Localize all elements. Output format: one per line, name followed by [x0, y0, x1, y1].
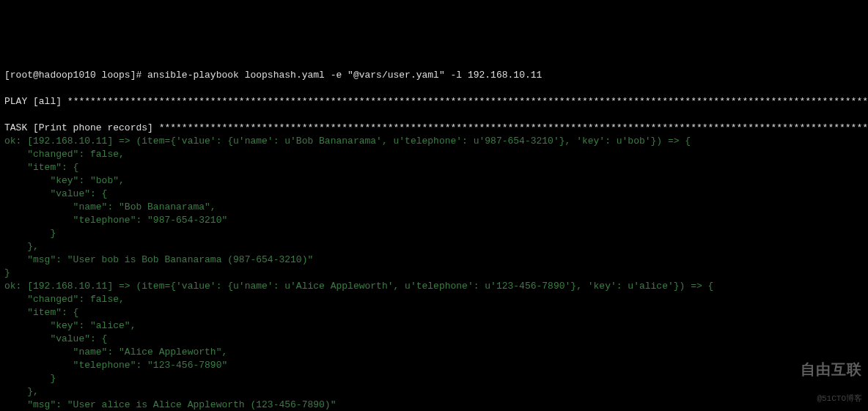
watermark-subtext: @51CTO博客 [817, 394, 862, 403]
terminal-output: [root@hadoop1010 loops]# ansible-playboo… [4, 56, 864, 411]
task-result-2: ok: [192.168.10.11] => (item={'value': {… [4, 281, 713, 411]
task-result-1: ok: [192.168.10.11] => (item={'value': {… [4, 136, 691, 278]
play-header: PLAY [all] *****************************… [4, 96, 868, 107]
watermark: 自由互联 @51CTO博客 [781, 351, 862, 405]
command-text: ansible-playbook loopshash.yaml -e "@var… [147, 70, 542, 81]
shell-prompt: [root@hadoop1010 loops]# ansible-playboo… [4, 70, 542, 81]
task-header: TASK [Print phone records] *************… [4, 122, 868, 133]
watermark-text: 自由互联 [801, 362, 862, 379]
